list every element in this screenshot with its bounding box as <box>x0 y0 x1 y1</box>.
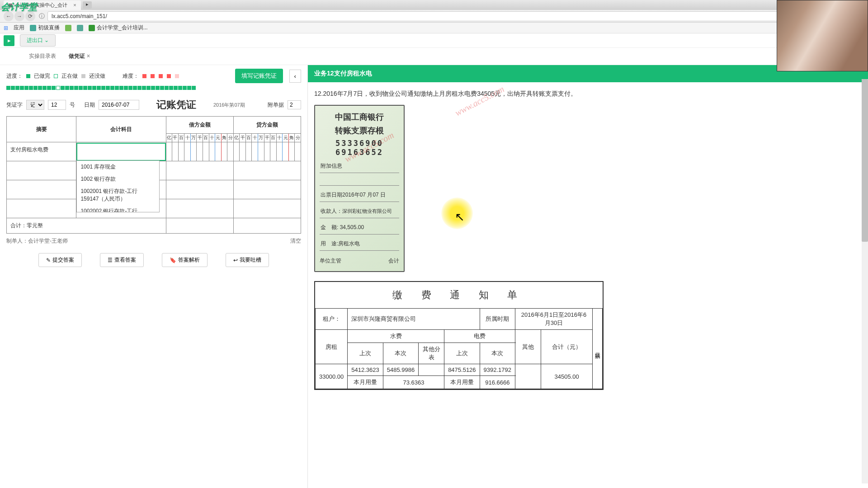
url-field[interactable]: lx.acc5.com/main_151/ <box>47 11 864 21</box>
water-header: 水费 <box>348 330 444 343</box>
bookmark-favicon <box>77 25 83 31</box>
list-icon: ☰ <box>108 257 113 263</box>
voucher-number-input[interactable] <box>48 100 66 110</box>
difficulty-icon <box>151 74 155 78</box>
elec-header: 电费 <box>444 330 515 343</box>
scrollbar[interactable] <box>862 79 868 483</box>
subject-option[interactable]: 1002 银行存款 <box>77 173 159 185</box>
copy-label: 第二联 <box>592 309 602 389</box>
summary-cell[interactable]: 支付房租水电费 <box>7 142 76 161</box>
close-icon[interactable]: × <box>73 2 76 8</box>
tab-directory[interactable]: 实操目录表 <box>23 50 62 63</box>
app-header: ▸ 进出口 ⌄ 会计学堂-王老师（SVIP会 <box>0 33 868 48</box>
feedback-button[interactable]: ↩我要吐槽 <box>226 253 269 267</box>
other-value <box>515 364 541 389</box>
usage-label: 本月用量 <box>348 376 383 389</box>
address-bar: ← → ⟳ ⓘ lx.acc5.com/main_151/ <box>0 10 868 23</box>
col-subject: 会计科目 <box>76 117 166 142</box>
legend-doing-icon <box>54 74 58 78</box>
summary-cell[interactable] <box>7 199 76 218</box>
tab-voucher[interactable]: 做凭证× <box>62 50 96 63</box>
sum-label: 合计：零元整 <box>7 218 166 234</box>
bookmark-item[interactable]: 应用 <box>14 24 24 32</box>
amount-digit[interactable] <box>166 142 172 161</box>
voucher-panel: 进度： 已做完 正在做 还没做 难度： 填写记账凭证 ‹ 凭证字 记 号 日期 … <box>0 65 307 488</box>
task-content: 12.2016年7月7日，收到物业公司通知缴纳上月房租水电费34505元，出纳开… <box>308 82 868 488</box>
subject-option[interactable]: 1002002 银行存款-工行258963（美 <box>77 205 159 212</box>
summary-cell[interactable] <box>7 161 76 180</box>
period-label: 所属时期 <box>480 309 515 330</box>
curr-header: 本次 <box>480 343 515 364</box>
new-tab-button[interactable]: ▸ <box>83 1 92 9</box>
tenant-value: 深圳市兴隆商贸有限公司 <box>348 309 480 330</box>
attach-count-input[interactable] <box>288 100 301 109</box>
bookmark-favicon <box>65 25 71 31</box>
cheque-accountant: 会计 <box>388 257 399 265</box>
subject-cell[interactable]: 1001 库存现金 1002 银行存款 1002001 银行存款-工行15914… <box>76 142 166 161</box>
voucher-table: 摘要 会计科目 借方金额 贷方金额 亿千百十万千百十元角分亿千百十万千百十元角分… <box>6 116 301 234</box>
summary-cell[interactable] <box>7 180 76 199</box>
clear-link[interactable]: 清空 <box>290 237 301 245</box>
category-dropdown[interactable]: 进出口 ⌄ <box>20 34 56 47</box>
legend-done-icon <box>26 74 30 78</box>
voucher-meta-row: 凭证字 记 号 日期 记账凭证 2016年第07期 附单据 <box>6 98 301 112</box>
cheque-payee: 收款人：深圳彩虹物业有限公司 <box>320 205 399 218</box>
bookmark-item[interactable] <box>65 25 71 31</box>
action-buttons: ✎提交答案 ☰查看答案 🔖答案解析 ↩我要吐槽 <box>6 253 301 267</box>
subject-option[interactable]: 1001 库存现金 <box>77 161 159 173</box>
other-header: 其他 <box>515 330 541 364</box>
water-sub <box>419 364 444 376</box>
difficulty-icon <box>159 74 163 78</box>
bookmark-item[interactable]: 初级直播 <box>30 24 60 32</box>
maker-row: 制单人：会计学堂-王老师 清空 <box>6 237 301 245</box>
subject-input[interactable] <box>76 143 165 161</box>
elec-prev: 8475.5126 <box>444 364 480 376</box>
subject-option[interactable]: 1002001 银行存款-工行159147（人民币） <box>77 185 159 205</box>
prev-task-button[interactable]: ‹ <box>289 70 301 83</box>
voucher-type-label: 凭证字 <box>6 101 23 109</box>
close-icon[interactable]: × <box>87 53 90 59</box>
cheque-number: 53336900 <box>320 139 399 148</box>
cheque-purpose: 用 途:房租水电 <box>320 237 399 251</box>
voucher-period: 2016年第07期 <box>213 102 245 108</box>
cheque-date: 出票日期2016年07 月07 日 <box>320 188 399 202</box>
date-label: 日期 <box>84 101 95 109</box>
analysis-button[interactable]: 🔖答案解析 <box>162 253 208 267</box>
fill-voucher-button[interactable]: 填写记账凭证 <box>235 69 283 83</box>
usage-label: 本月用量 <box>444 376 480 389</box>
notice-title: 缴 费 通 知 单 <box>315 282 603 308</box>
col-debit: 借方金额 <box>166 117 233 134</box>
cheque-type: 转账支票存根 <box>320 126 399 136</box>
apps-icon[interactable]: ⊞ <box>4 25 8 31</box>
difficulty-label: 难度： <box>123 72 139 80</box>
submit-answer-button[interactable]: ✎提交答案 <box>38 253 82 267</box>
info-icon[interactable]: ⓘ <box>39 12 45 20</box>
difficulty-icon <box>142 74 146 78</box>
voucher-type-select[interactable]: 记 <box>26 100 44 110</box>
tenant-label: 租户： <box>316 309 348 330</box>
voucher-title: 记账凭证 <box>156 98 196 112</box>
difficulty-icon <box>175 74 179 78</box>
water-usage: 73.6363 <box>383 376 444 389</box>
main-area: 进度： 已做完 正在做 还没做 难度： 填写记账凭证 ‹ 凭证字 记 号 日期 … <box>0 65 868 488</box>
progress-bar[interactable] <box>6 86 301 90</box>
bookmark-item[interactable]: 会计学堂_会计培训... <box>89 24 148 32</box>
prev-header: 上次 <box>348 343 383 364</box>
subject-dropdown[interactable]: 1001 库存现金 1002 银行存款 1002001 银行存款-工行15914… <box>76 160 160 212</box>
sub-header: 其他分表 <box>419 343 444 364</box>
prev-header: 上次 <box>444 343 480 364</box>
browser-tabstrip: ▦ 会计学堂实操中心_会计 × ▸ <box>0 0 868 10</box>
col-credit: 贷方金额 <box>233 117 301 134</box>
view-answer-button[interactable]: ☰查看答案 <box>100 253 144 267</box>
voucher-date-input[interactable] <box>99 100 139 110</box>
task-panel: 业务12支付房租水电 12.2016年7月7日，收到物业公司通知缴纳上月房租水电… <box>307 65 868 488</box>
sidebar-toggle-button[interactable]: ▸ <box>4 35 14 46</box>
attach-label: 附单据 <box>268 101 284 109</box>
webcam-overlay <box>777 0 868 71</box>
elec-usage: 916.6666 <box>480 376 515 389</box>
water-curr: 5485.9986 <box>383 364 418 376</box>
total-value: 34505.00 <box>541 364 593 389</box>
cheque-manager: 单位主管 <box>320 257 341 265</box>
scroll-thumb[interactable] <box>862 79 868 242</box>
bookmark-item[interactable] <box>77 25 83 31</box>
